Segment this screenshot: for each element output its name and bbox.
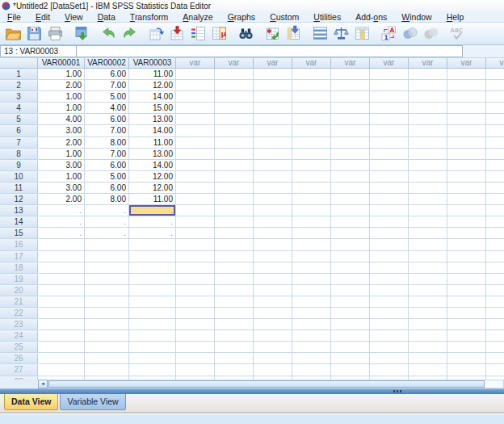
row-header[interactable]: 12 (0, 194, 38, 205)
pane-splitter[interactable] (0, 388, 504, 394)
data-cell[interactable] (486, 69, 504, 80)
data-cell[interactable] (176, 91, 215, 103)
data-cell[interactable] (215, 251, 254, 262)
data-cell[interactable] (447, 262, 486, 274)
row-header[interactable]: 23 (0, 319, 38, 330)
data-cell[interactable] (409, 114, 447, 125)
data-cell[interactable] (254, 308, 292, 319)
data-cell[interactable]: 8.00 (85, 137, 129, 149)
data-cell[interactable] (38, 353, 85, 364)
data-cell[interactable] (331, 296, 370, 308)
data-cell[interactable] (409, 205, 447, 216)
column-header-var-empty[interactable]: var (215, 58, 254, 69)
menu-addons[interactable]: Add-ons (348, 12, 394, 22)
data-cell[interactable] (129, 353, 176, 364)
row-header[interactable]: 7 (0, 137, 38, 149)
data-cell[interactable]: 7.00 (85, 149, 129, 160)
data-cell[interactable]: 14.00 (129, 125, 176, 136)
row-header[interactable]: 5 (0, 114, 38, 125)
row-header[interactable]: 6 (0, 125, 38, 136)
data-cell[interactable] (370, 330, 409, 342)
row-header[interactable]: 18 (0, 262, 38, 274)
data-cell[interactable] (254, 262, 292, 274)
data-cell[interactable] (370, 342, 409, 353)
data-cell[interactable] (215, 342, 254, 353)
data-cell[interactable] (409, 125, 447, 136)
data-cell[interactable] (331, 285, 370, 296)
data-cell[interactable] (292, 80, 331, 91)
data-cell[interactable] (447, 285, 486, 296)
data-cell[interactable] (176, 69, 215, 80)
data-cell[interactable] (215, 125, 254, 136)
data-cell[interactable] (447, 251, 486, 262)
data-cell[interactable] (486, 228, 504, 239)
redo-icon[interactable] (119, 23, 140, 44)
data-cell[interactable] (331, 216, 370, 228)
data-cell[interactable] (176, 364, 215, 376)
data-cell[interactable] (129, 319, 176, 330)
data-cell[interactable]: 11.00 (129, 137, 176, 149)
data-cell[interactable] (486, 364, 504, 376)
menu-view[interactable]: View (57, 12, 90, 22)
data-cell[interactable] (331, 149, 370, 160)
data-cell[interactable] (447, 296, 486, 308)
data-cell[interactable] (447, 194, 486, 205)
data-cell[interactable] (292, 228, 331, 239)
data-cell[interactable]: 14.00 (129, 160, 176, 171)
data-cell[interactable] (331, 160, 370, 171)
data-cell[interactable] (38, 342, 85, 353)
row-header[interactable]: 25 (0, 342, 38, 353)
selected-cell[interactable]: . (129, 205, 176, 216)
data-cell[interactable] (370, 228, 409, 239)
data-cell[interactable] (486, 183, 504, 194)
data-cell[interactable] (215, 137, 254, 149)
data-cell[interactable] (215, 296, 254, 308)
data-cell[interactable]: 1.00 (38, 149, 85, 160)
column-header-var-empty[interactable]: var (331, 58, 370, 69)
column-header-var-empty[interactable]: var (486, 58, 504, 69)
data-cell[interactable]: 12.00 (129, 171, 176, 183)
menu-analyze[interactable]: Analyze (175, 12, 220, 22)
data-cell[interactable] (486, 319, 504, 330)
variables-icon[interactable] (187, 23, 208, 44)
data-cell[interactable] (370, 91, 409, 103)
data-cell[interactable] (254, 69, 292, 80)
data-cell[interactable]: 2.00 (38, 194, 85, 205)
data-cell[interactable] (292, 319, 331, 330)
data-cell[interactable] (331, 364, 370, 376)
row-header[interactable]: 15 (0, 228, 38, 239)
data-cell[interactable]: 15.00 (129, 103, 176, 114)
data-cell[interactable] (331, 171, 370, 183)
open-file-icon[interactable] (2, 23, 23, 44)
scroll-left-arrow[interactable]: ◄ (38, 380, 48, 388)
data-cell[interactable] (331, 274, 370, 285)
data-cell[interactable] (447, 353, 486, 364)
data-cell[interactable] (370, 125, 409, 136)
data-cell[interactable] (486, 160, 504, 171)
data-cell[interactable]: . (129, 216, 176, 228)
data-cell[interactable] (215, 160, 254, 171)
data-cell[interactable] (85, 239, 129, 250)
menu-custom[interactable]: Custom (262, 12, 306, 22)
data-cell[interactable]: . (85, 216, 129, 228)
data-cell[interactable]: 12.00 (129, 183, 176, 194)
data-cell[interactable]: 7.00 (85, 125, 129, 136)
data-cell[interactable] (129, 285, 176, 296)
data-cell[interactable] (85, 330, 129, 342)
data-cell[interactable] (215, 274, 254, 285)
data-cell[interactable] (447, 149, 486, 160)
column-header-var00002[interactable]: VAR00002 (85, 58, 129, 69)
data-cell[interactable] (409, 183, 447, 194)
data-cell[interactable] (486, 342, 504, 353)
insert-variable-icon[interactable] (283, 23, 304, 44)
data-cell[interactable] (331, 194, 370, 205)
find-icon[interactable] (235, 23, 256, 44)
data-cell[interactable]: 7.00 (85, 80, 129, 91)
data-cell[interactable] (447, 342, 486, 353)
data-cell[interactable] (292, 262, 331, 274)
data-cell[interactable] (409, 319, 447, 330)
data-cell[interactable] (331, 137, 370, 149)
cell-editor-input[interactable] (77, 45, 463, 57)
data-cell[interactable] (447, 330, 486, 342)
tab-data-view[interactable]: Data View (4, 394, 58, 410)
